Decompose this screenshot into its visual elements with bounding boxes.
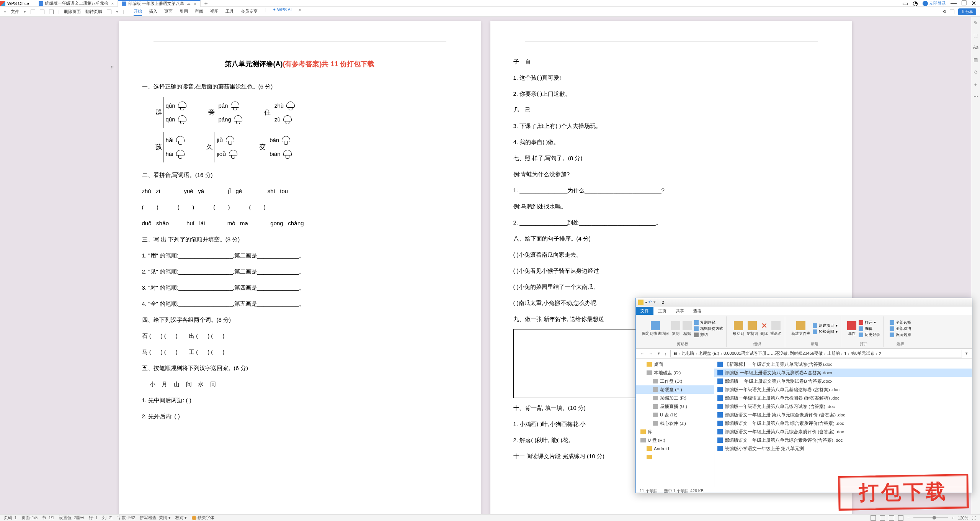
maximize-button[interactable]: ❐	[961, 0, 967, 7]
tree-item[interactable]: U 盘 (H:)	[636, 411, 714, 419]
status-spellcheck[interactable]: 拼写检查: 关闭 ▾	[140, 515, 171, 521]
tab-insert[interactable]: 插入	[149, 7, 157, 16]
file-item[interactable]: 统编版小学语文一年级上册 第八单元测	[714, 444, 972, 453]
qat-save-icon[interactable]: ▪	[645, 300, 647, 305]
print-icon[interactable]	[40, 10, 44, 14]
nav-recent-button[interactable]: ▾	[657, 351, 661, 356]
save-icon[interactable]	[31, 10, 35, 14]
sidebar-link-icon[interactable]: ⟐	[973, 82, 978, 87]
copy-to-button[interactable]: 复制到	[746, 321, 758, 336]
menu-icon[interactable]: ≡	[4, 10, 6, 14]
new-folder-button[interactable]: 新建文件夹	[791, 321, 810, 336]
file-item[interactable]: 部编版一年级语文上册第八单元检测卷 (附答案解析) .doc	[714, 394, 972, 402]
tab-view[interactable]: 视图	[210, 7, 219, 16]
explorer-tab-file[interactable]: 文件	[636, 307, 653, 315]
search-icon[interactable]: ⌕	[299, 7, 301, 16]
breadcrumb-dropdown[interactable]: ▾	[964, 351, 969, 356]
file-menu[interactable]: 文件	[11, 9, 19, 15]
nav-forward-button[interactable]: →	[648, 351, 654, 356]
cloud-sync-icon[interactable]: ⟲	[942, 9, 946, 14]
file-item[interactable]: 部编版一年级语文上册第八单元基础达标卷 (含答案) .doc	[714, 385, 972, 394]
file-item[interactable]: 部编版 一年级上册语文第八单元测试卷B 含答案.docx	[714, 377, 972, 385]
document-tab-2[interactable]: 部编版 一年级上册语文第八单 ☁ ×	[118, 0, 201, 7]
status-pages[interactable]: 页面: 1/5	[21, 515, 38, 521]
toggle-icon[interactable]	[107, 10, 111, 14]
wps-ai-button[interactable]: ✦ WPS AI	[273, 7, 292, 16]
file-item[interactable]: 部编版语文一年级上册第八单元 综合素质评价(含答案) .doc	[714, 419, 972, 428]
explorer-tab-home[interactable]: 主页	[653, 307, 671, 315]
page-handle-icon[interactable]: ⠿	[111, 63, 114, 73]
sidebar-style-icon[interactable]: Aa	[973, 45, 978, 50]
delete-button[interactable]: ✕删除	[760, 321, 768, 336]
status-missing-font[interactable]: !缺失字体	[192, 515, 214, 521]
properties-button[interactable]: 属性	[847, 321, 856, 336]
minimize-button[interactable]: —	[951, 0, 957, 7]
tree-item[interactable]: 本地磁盘 (C:)	[636, 369, 714, 377]
explorer-file-list[interactable]: 【新课标】一年级语文上册第八单元试卷(含答案).doc部编版 一年级上册语文第八…	[714, 359, 972, 487]
select-all-button[interactable]: 全部选择	[890, 320, 911, 325]
nav-up-button[interactable]: ↑	[663, 351, 668, 356]
tab-member[interactable]: 会员专享	[241, 7, 258, 16]
login-button[interactable]: 立即登录	[923, 0, 946, 6]
tab-review[interactable]: 审阅	[195, 7, 203, 16]
tab-start[interactable]: 开始	[134, 7, 142, 16]
nav-back-button[interactable]: ←	[639, 351, 645, 356]
copy-path-button[interactable]: 复制路径	[694, 320, 723, 325]
add-tab-button[interactable]: +	[201, 0, 212, 7]
sidebar-pencil-icon[interactable]: ✎	[973, 20, 978, 26]
file-item[interactable]: 【新课标】一年级语文上册第八单元试卷(含答案).doc	[714, 360, 972, 369]
cut-button[interactable]: 剪切	[694, 332, 723, 338]
explorer-tab-view[interactable]: 查看	[689, 307, 706, 315]
paste-button[interactable]: 粘贴	[683, 321, 692, 336]
tree-item[interactable]: 核心软件 (J:)	[636, 419, 714, 428]
tree-item[interactable]: 屋播直播 (G:)	[636, 402, 714, 411]
delete-page-button[interactable]: 删除页面	[64, 9, 81, 15]
new-item-button[interactable]: 新建项目 ▾	[813, 323, 838, 328]
help-icon[interactable]: ◔	[913, 0, 918, 7]
copy-button[interactable]: 复制	[671, 321, 680, 336]
sidebar-layout-icon[interactable]: ▤	[973, 57, 978, 62]
breadcrumb[interactable]: 🖥 ›此电脑 ›老硬盘 (E:) ›0.000001语文试卷下册……还没做, 到…	[670, 350, 962, 357]
pin-button[interactable]: 固定到快速访问	[642, 321, 669, 336]
edit-button[interactable]: 编辑	[859, 326, 880, 331]
file-item[interactable]: 部编版语文一年级上册 第八单元综合素质评价 (含答案) .doc	[714, 411, 972, 419]
tab-close-icon[interactable]: ×	[194, 2, 196, 6]
explorer-tree[interactable]: 桌面本地磁盘 (C:)工作盘 (D:)老硬盘 (E:)采编加工 (F:)屋播直播…	[636, 359, 714, 487]
tab-close-icon[interactable]: ×	[111, 1, 114, 6]
status-proof[interactable]: 校对 ▾	[175, 515, 187, 521]
close-button[interactable]: ✕	[971, 0, 976, 7]
qat-undo-icon[interactable]: ↶	[648, 300, 652, 305]
sidebar-select-icon[interactable]: ⬚	[973, 33, 978, 38]
tab-page[interactable]: 页面	[164, 7, 173, 16]
view-mode-4-icon[interactable]	[898, 515, 903, 521]
fullscreen-icon[interactable]: ⛶	[972, 516, 976, 520]
tree-item[interactable]: 桌面	[636, 360, 714, 369]
open-button[interactable]: 打开 ▾	[859, 320, 880, 325]
tree-item[interactable]: 库	[636, 428, 714, 436]
rename-button[interactable]: 重命名	[770, 321, 782, 336]
zoom-in-button[interactable]: +	[952, 516, 954, 520]
zoom-slider[interactable]	[913, 517, 948, 518]
zoom-level[interactable]: 120%	[958, 516, 968, 520]
status-page[interactable]: 页码: 1	[4, 515, 17, 521]
explorer-titlebar[interactable]: ▪ ↶ ▾ │ 2	[636, 298, 972, 306]
tab-reference[interactable]: 引用	[180, 7, 188, 16]
tree-item[interactable]: Android	[636, 444, 714, 453]
easy-access-button[interactable]: 轻松访问 ▾	[813, 329, 838, 334]
tree-item[interactable]: U 盘 (H:)	[636, 436, 714, 444]
status-chars[interactable]: 字数: 962	[118, 515, 135, 521]
flip-footer-button[interactable]: 翻转页脚	[85, 9, 102, 15]
file-item[interactable]: 部编版一年级语文上册第八单元练习试卷 (含答案) .doc	[714, 402, 972, 411]
download-pack-button[interactable]: 打包下载	[838, 474, 969, 511]
select-none-button[interactable]: 全部取消	[890, 326, 911, 331]
tab-tools[interactable]: 工具	[225, 7, 234, 16]
collapse-ribbon-icon[interactable]	[950, 10, 954, 14]
sidebar-shape-icon[interactable]: ◇	[973, 69, 978, 75]
undo-icon[interactable]	[49, 10, 54, 14]
tree-item[interactable]: 老硬盘 (E:)	[636, 385, 714, 394]
file-item[interactable]: 部编版语文一年级上册第八单元综合素质评价(含答案) .doc	[714, 436, 972, 444]
tree-item[interactable]: 采编加工 (F:)	[636, 394, 714, 402]
tree-item[interactable]	[636, 453, 714, 461]
sidebar-more-icon[interactable]: ⋯	[973, 94, 978, 99]
zoom-out-button[interactable]: −	[907, 516, 910, 520]
